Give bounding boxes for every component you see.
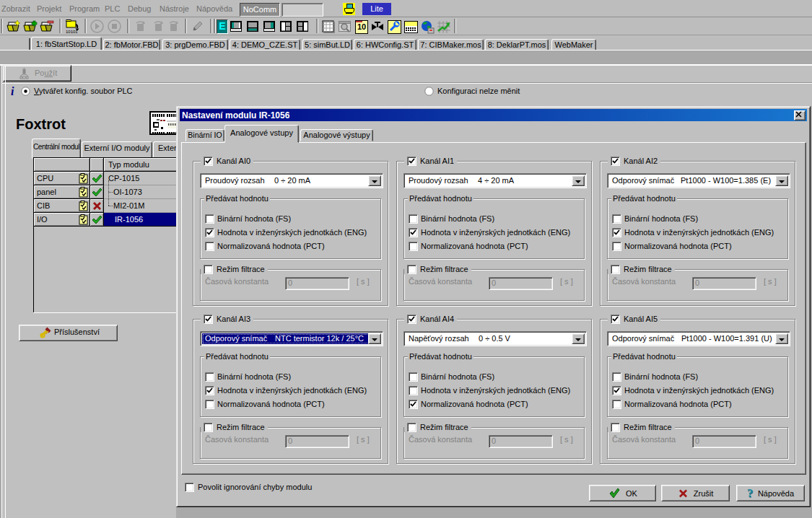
svg-text:10101: 10101 <box>66 30 78 34</box>
